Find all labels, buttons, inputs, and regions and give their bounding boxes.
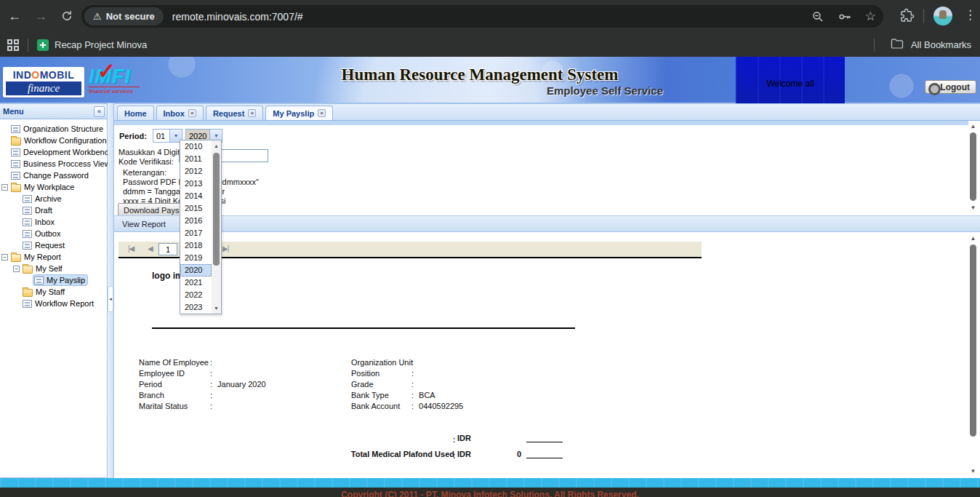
page-title: Human Resource Management System xyxy=(276,65,683,84)
total-colon: : xyxy=(453,436,455,444)
scroll-thumb[interactable] xyxy=(970,244,976,437)
reload-icon[interactable] xyxy=(58,7,76,25)
first-page-icon[interactable]: |◀ xyxy=(128,244,134,253)
field-label: Period xyxy=(139,380,205,389)
scroll-down-icon[interactable]: ▼ xyxy=(968,467,978,476)
expander-icon[interactable]: − xyxy=(1,184,8,191)
scroll-down-icon[interactable]: ▼ xyxy=(212,303,221,313)
sidebar-item-workflow-report[interactable]: Workflow Report xyxy=(0,298,107,309)
sidebar-item-outbox[interactable]: Outbox xyxy=(0,228,107,239)
sidebar-item-my-self[interactable]: −My Self xyxy=(0,263,107,274)
not-secure-badge[interactable]: ⚠ Not secure xyxy=(84,7,164,25)
total-underline xyxy=(526,442,563,442)
document-icon xyxy=(23,300,32,308)
field-label: Employee ID xyxy=(139,369,205,378)
field-label: Branch xyxy=(139,391,205,399)
footer-accent-bar xyxy=(0,478,980,488)
top-pane-scrollbar[interactable]: ▲ ▼ xyxy=(968,122,978,212)
tab-label: Home xyxy=(124,109,147,118)
field-colon: : xyxy=(411,391,414,399)
year-option-2012[interactable]: 2012 xyxy=(180,165,212,178)
header-dark-panel: Welcome all xyxy=(736,57,845,103)
tab-label: Inbox xyxy=(164,109,185,118)
bookmark-star-icon[interactable]: ☆ xyxy=(865,9,876,24)
year-option-2013[interactable]: 2013 xyxy=(180,178,212,190)
year-option-2022[interactable]: 2022 xyxy=(180,289,212,301)
year-option-2019[interactable]: 2019 xyxy=(180,252,212,264)
sidebar-item-business-proccess-viewer[interactable]: Business Proccess Viewer xyxy=(0,158,107,170)
year-option-2011[interactable]: 2011 xyxy=(180,153,212,165)
year-option-2015[interactable]: 2015 xyxy=(180,202,212,215)
page-number-input[interactable] xyxy=(158,243,177,255)
sidebar-item-organization-structure[interactable]: Organization Structure xyxy=(0,123,107,135)
field-bank-type: Bank Type:BCA xyxy=(351,391,441,400)
currency-label: IDR xyxy=(457,434,471,442)
expander-icon[interactable]: − xyxy=(1,254,8,261)
scroll-up-icon[interactable]: ▲ xyxy=(212,141,221,151)
collapse-sidebar-icon[interactable]: « xyxy=(94,106,105,117)
warning-icon: ⚠ xyxy=(93,11,102,22)
dropdown-scroll-thumb[interactable] xyxy=(213,153,220,266)
folder-icon xyxy=(23,266,33,274)
year-option-2018[interactable]: 2018 xyxy=(180,239,212,252)
sidebar-item-workflow-configuration[interactable]: Workflow Configuration xyxy=(0,135,107,146)
sidebar-item-label: Business Proccess Viewer xyxy=(23,159,117,168)
year-option-2017[interactable]: 2017 xyxy=(180,227,212,239)
tab-my-payslip[interactable]: My Payslip× xyxy=(265,106,333,120)
tab-request[interactable]: Request× xyxy=(206,106,263,120)
last-page-icon[interactable]: ▶| xyxy=(222,244,228,253)
sidebar-item-my-payslip[interactable]: My Payslip xyxy=(0,274,107,286)
sidebar-item-draft[interactable]: Draft xyxy=(0,204,107,216)
scroll-thumb[interactable] xyxy=(970,132,976,201)
sidebar-item-archive[interactable]: Archive xyxy=(0,193,107,204)
scroll-down-icon[interactable]: ▼ xyxy=(968,204,978,212)
zoom-out-icon[interactable] xyxy=(811,10,824,23)
sidebar-item-label: Draft xyxy=(35,206,52,215)
profile-avatar[interactable] xyxy=(933,7,952,25)
month-select[interactable]: 01 ▾ xyxy=(153,129,182,143)
year-option-2010[interactable]: 2010 xyxy=(180,140,212,153)
sidebar-item-my-staff[interactable]: My Staff xyxy=(0,286,107,298)
dropdown-scrollbar[interactable]: ▲ ▼ xyxy=(212,140,221,314)
year-option-2016[interactable]: 2016 xyxy=(180,215,212,227)
year-option-2020[interactable]: 2020 xyxy=(180,264,212,277)
scroll-up-icon[interactable]: ▲ xyxy=(968,234,978,243)
field-colon: : xyxy=(411,380,414,389)
sidebar-item-label: Archive xyxy=(35,194,62,203)
browser-menu-icon[interactable]: ⋮ xyxy=(964,7,976,23)
sidebar-item-my-report[interactable]: −My Report xyxy=(0,251,107,263)
sidebar-item-my-workplace[interactable]: −My Workplace xyxy=(0,181,107,193)
prev-page-icon[interactable]: ◀ xyxy=(148,244,153,253)
vertical-splitter[interactable]: ◂ xyxy=(108,103,114,478)
sidebar-item-development-workbench[interactable]: Development Workbench xyxy=(0,146,107,158)
field-position: Position: xyxy=(351,369,424,378)
url-bar[interactable]: ⚠ Not secure remote.minovais.com:7007/# … xyxy=(81,5,883,28)
bookmarks-separator-right xyxy=(874,39,875,52)
year-option-2021[interactable]: 2021 xyxy=(180,277,212,289)
tab-inbox[interactable]: Inbox× xyxy=(156,106,204,120)
sidebar-item-label: Inbox xyxy=(35,218,55,226)
tab-home[interactable]: Home xyxy=(117,106,154,120)
apps-grid-icon[interactable] xyxy=(7,39,19,51)
bookmark-item[interactable]: Recap Project Minova xyxy=(55,39,147,50)
expander-icon[interactable]: − xyxy=(13,266,20,272)
splitter-handle[interactable]: ◂ xyxy=(108,286,113,312)
close-icon[interactable]: × xyxy=(318,109,326,117)
close-icon[interactable]: × xyxy=(248,109,256,117)
year-option-2023[interactable]: 2023 xyxy=(180,301,212,314)
sidebar-item-inbox[interactable]: Inbox xyxy=(0,216,107,228)
year-option-2014[interactable]: 2014 xyxy=(180,190,212,202)
all-bookmarks-label[interactable]: All Bookmarks xyxy=(911,39,971,50)
folder-icon xyxy=(11,184,21,192)
sidebar-item-request[interactable]: Request xyxy=(0,239,107,251)
sidebar-item-change-password[interactable]: Change Password xyxy=(0,170,107,181)
extensions-icon[interactable] xyxy=(899,8,915,26)
logout-button[interactable]: Logout xyxy=(925,80,976,94)
report-pane-scrollbar[interactable]: ▲ ▼ xyxy=(968,234,978,476)
field-label: Grade xyxy=(351,380,406,389)
forward-icon[interactable]: → xyxy=(32,7,49,25)
scroll-up-icon[interactable]: ▲ xyxy=(968,122,978,131)
password-key-icon[interactable] xyxy=(838,9,852,24)
close-icon[interactable]: × xyxy=(188,109,196,117)
back-icon[interactable]: ← xyxy=(6,7,23,25)
